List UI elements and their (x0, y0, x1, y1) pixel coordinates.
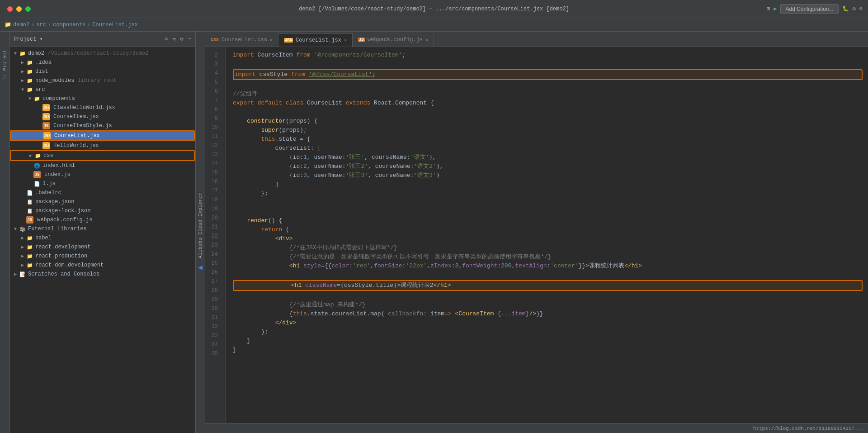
breadcrumb-components[interactable]: components (53, 22, 85, 28)
code-content[interactable]: import CourseItem from '@/components/Cou… (226, 47, 863, 423)
tree-item-babel[interactable]: ▶ 📁 babel (10, 233, 195, 243)
tree-item-courseitem[interactable]: ▶ JSX CourseItem.jsx (10, 112, 195, 121)
code-line-32: ); (233, 328, 863, 337)
code-line-14: {id: 2 , userNmae: '张三2' , courseName: '… (233, 162, 863, 171)
editor-area: CSS CourseList.css ✕ JSX CourseList.jsx … (205, 32, 868, 433)
jsx-icon: JSX (42, 104, 50, 111)
tree-item-scratches[interactable]: ▶ 📝 Scratches and Consoles (10, 270, 195, 279)
code-line-3 (233, 60, 863, 69)
tree-item-classhelloworld[interactable]: ▶ JSX ClassHelloWorld.jsx (10, 103, 195, 112)
jsx-file-icon: JSX (284, 38, 293, 43)
folder-icon-dist: 📁 (26, 68, 33, 75)
code-line-23: {/*在JSX中行内样式需要如下这样写*/} (233, 243, 863, 252)
debug-icon[interactable]: 🐛 (842, 5, 849, 12)
code-line-20: render() { (233, 216, 863, 225)
tree-item-indexhtml[interactable]: ▶ 🌐 index.html (10, 161, 195, 170)
tree-item-reactdomdev[interactable]: ▶ 📁 react-dom.development (10, 261, 195, 270)
tab-close-css[interactable]: ✕ (270, 37, 273, 43)
alibaba-arrow-icon: ◀ (198, 263, 203, 272)
minimize-button[interactable] (16, 6, 22, 12)
tree-item-css[interactable]: ▶ 📁 css (10, 150, 195, 161)
folder-icon-babel: 📁 (26, 234, 33, 242)
tree-item-packagelockjson[interactable]: ▶ 📋 package-lock.json (10, 206, 195, 215)
code-line-25: <h1 style ={{ color : 'red' , fontSize :… (233, 262, 863, 271)
tree-item-courseitemstyle[interactable]: ▶ JS CourseItemStyle.js (10, 121, 195, 130)
main-layout: 1: Project Project ▾ ⊕ ⇉ ⚙ − ▼ 📁 demo2 /… (0, 32, 868, 433)
tree-item-helloworld[interactable]: ▶ JSX HelloWorld.jsx (10, 141, 195, 150)
code-line-12: courseList: [ (233, 144, 863, 153)
tree-item-indexjs[interactable]: ▶ JS index.js (10, 170, 195, 179)
css-file-icon: CSS (211, 38, 219, 43)
code-line-26 (233, 271, 863, 280)
jsx-icon-courseitem: JSX (42, 113, 50, 120)
tree-item-reactdev[interactable]: ▶ 📁 react.development (10, 243, 195, 252)
breadcrumb-bar: 📁 demo2 › src › components › CourseList.… (0, 18, 868, 32)
code-line-16: ] (233, 180, 863, 189)
tab-label-courselistjsx: CourseList.jsx (296, 37, 341, 43)
code-line-17: }; (233, 189, 863, 198)
close-button[interactable] (7, 6, 13, 12)
add-configuration-button[interactable]: Add Configuration... (780, 4, 838, 14)
js-file-icon: JS (358, 38, 365, 42)
collapse-icon[interactable]: ⇉ (172, 36, 175, 43)
tree-item-demo2[interactable]: ▼ 📁 demo2 /Volumes/code/react-study/demo… (10, 49, 195, 58)
html-icon: 🌐 (33, 162, 41, 169)
code-line-31: </div> (233, 319, 863, 328)
code-line-8 (233, 108, 863, 117)
code-line-10: super(props); (233, 126, 863, 135)
tree-item-babelrc[interactable]: ▶ 📄 .babelrc (10, 188, 195, 197)
tab-courselistcss[interactable]: CSS CourseList.css ✕ (205, 33, 278, 47)
tree-item-components[interactable]: ▼ 📁 components (10, 94, 195, 103)
tree-item-idea[interactable]: ▶ 📁 .idea (10, 58, 195, 67)
tab-label-webpackconfig: webpack.config.js (368, 37, 423, 43)
tree-item-packagejson[interactable]: ▶ 📋 package.json (10, 197, 195, 206)
right-gutter (863, 47, 868, 423)
js-icon-webpack: JS (26, 216, 33, 224)
search-everywhere-icon[interactable]: ⊕ (859, 5, 863, 12)
file-tree: ▼ 📁 demo2 /Volumes/code/react-study/demo… (10, 47, 195, 433)
alibaba-cloud-panel[interactable]: Alibaba Cloud Explorer ◀ (195, 32, 205, 433)
code-line-29: {/*这里通过map 来构建*/} (233, 300, 863, 309)
tree-item-reactprod[interactable]: ▶ 📁 react.production (10, 252, 195, 261)
code-line-6: //父组件 (233, 90, 863, 99)
tree-item-src[interactable]: ▼ 📁 src (10, 85, 195, 94)
sidebar-header-icons: ⊕ ⇉ ⚙ − (165, 36, 191, 43)
run-icon[interactable]: ▶ (774, 5, 777, 12)
layout-icon[interactable]: ⊞ (767, 5, 770, 12)
locate-icon[interactable]: ⊕ (165, 36, 168, 43)
project-panel-tab[interactable]: 1: Project (0, 32, 10, 433)
tabs-bar: CSS CourseList.css ✕ JSX CourseList.jsx … (205, 32, 868, 47)
code-line-35 (233, 355, 863, 364)
jsx-icon-courselist: JSX (43, 132, 51, 139)
maximize-button[interactable] (25, 6, 31, 12)
code-line-27: <h1 className ={cssStyle.title}>课程统计表2 <… (233, 280, 863, 291)
folder-icon-reactprod: 📁 (26, 252, 33, 260)
status-bar: https://blog.csdn.net/z11880354357... (205, 423, 868, 433)
tab-webpackconfig[interactable]: JS webpack.config.js ✕ (353, 33, 434, 47)
tree-item-1js[interactable]: ▶ 📄 1.js (10, 179, 195, 188)
tree-item-extlibs[interactable]: ▼ 📚 External Libraries (10, 224, 195, 233)
folder-icon: 📁 (19, 50, 26, 57)
folder-icon-reactdev: 📁 (26, 243, 33, 251)
tab-close-webpack[interactable]: ✕ (425, 37, 428, 43)
code-line-22: <div> (233, 234, 863, 243)
sidebar-settings-icon[interactable]: ⚙ (180, 36, 184, 43)
tree-item-node-modules[interactable]: ▶ 📁 node_modules library root (10, 76, 195, 85)
code-line-30: { this .state.courseList.map( callbackfn… (233, 309, 863, 319)
js-icon-index: JS (33, 171, 41, 178)
breadcrumb-src[interactable]: src (36, 22, 46, 28)
tree-item-courselist[interactable]: ▶ JSX CourseList.jsx (10, 130, 195, 141)
tab-courselistjsx[interactable]: JSX CourseList.jsx ✕ (278, 33, 353, 47)
settings-icon[interactable]: ⚙ (853, 5, 856, 12)
tree-item-dist[interactable]: ▶ 📁 dist (10, 67, 195, 76)
sidebar-close-icon[interactable]: − (188, 36, 191, 43)
breadcrumb-file[interactable]: CourseList.jsx (92, 22, 138, 28)
folder-icon-css: 📁 (34, 152, 42, 159)
folder-icon-node-modules: 📁 (26, 77, 33, 84)
line-numbers: 2 3 4 5 6 7 8 9 10 11 12 13 14 15 16 17 … (205, 47, 226, 423)
folder-icon-idea: 📁 (26, 59, 33, 66)
breadcrumb-demo2[interactable]: demo2 (13, 22, 29, 28)
project-tab-label: 1: Project (2, 50, 8, 80)
tree-item-webpackconfig[interactable]: ▶ JS webpack.config.js (10, 215, 195, 224)
tab-close-jsx[interactable]: ✕ (344, 38, 347, 43)
